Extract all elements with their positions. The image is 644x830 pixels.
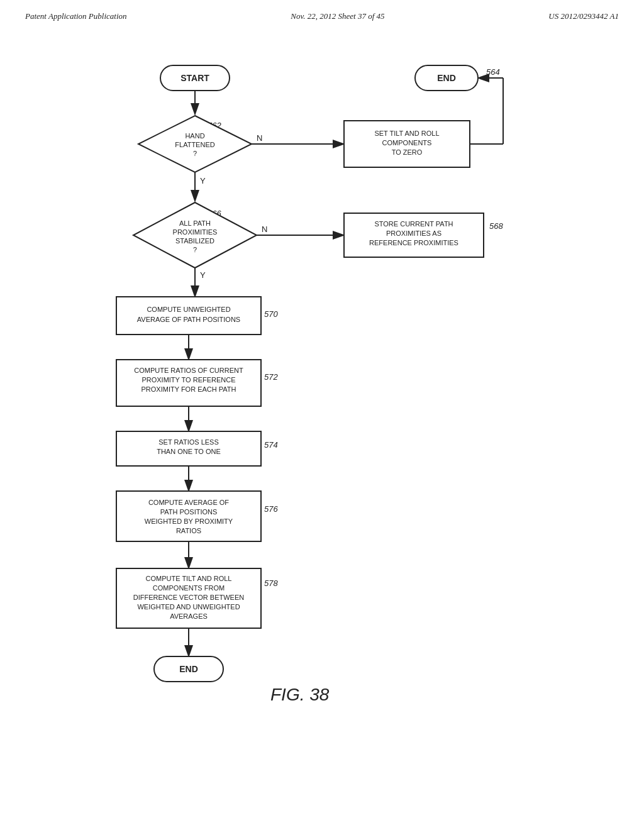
header-right: US 2012/0293442 A1	[548, 11, 619, 21]
diamond-562-text3: ?	[193, 150, 197, 157]
label-572: 572	[264, 372, 278, 382]
store-text3: REFERENCE PROXIMITIES	[369, 239, 458, 246]
box-578-text4: WEIGHTED AND UNWEIGHTED	[137, 603, 240, 611]
y-label-562: Y	[200, 176, 206, 185]
diamond-562-text2: FLATTENED	[175, 141, 214, 148]
box-574-text1: SET RATIOS LESS	[158, 438, 219, 446]
n-label-562: N	[257, 133, 262, 143]
box-570-text2: AVERAGE OF PATH POSITIONS	[137, 316, 240, 323]
diamond-566-text2: PROXIMITIES	[173, 228, 218, 236]
box-570-text1: COMPUTE UNWEIGHTED	[147, 306, 230, 313]
store-text2: PROXIMITIES AS	[386, 230, 441, 237]
box-576-text2: PATH POSITIONS	[160, 508, 218, 516]
label-564: 564	[486, 67, 500, 77]
store-text1: STORE CURRENT PATH	[374, 220, 453, 228]
diamond-566-text3: STABILIZED	[175, 237, 214, 245]
diagram-container: START 562 HAND FLATTENED ? N SET TILT AN…	[0, 28, 644, 820]
label-568: 568	[489, 221, 503, 231]
diamond-566-text1: ALL PATH	[179, 219, 211, 227]
diamond-562-text1: HAND	[185, 132, 204, 140]
set-tilt-text3: TO ZERO	[392, 148, 423, 156]
end-top-label: END	[437, 73, 456, 83]
diamond-566-text4: ?	[193, 246, 197, 253]
box-576-text4: RATIOS	[176, 527, 201, 534]
box-576-text3: WEIGHTED BY PROXIMITY	[145, 517, 233, 525]
box-578-text2: COMPONENTS FROM	[153, 584, 225, 592]
figure-label: FIG. 38	[270, 685, 330, 704]
y-label-566: Y	[200, 270, 206, 280]
n-label-566: N	[262, 224, 267, 234]
box-572-text3: PROXIMITY FOR EACH PATH	[142, 385, 236, 393]
set-tilt-text1: SET TILT AND ROLL	[374, 130, 439, 137]
label-574: 574	[264, 440, 278, 450]
header-center: Nov. 22, 2012 Sheet 37 of 45	[291, 11, 384, 21]
box-578-text5: AVERAGES	[170, 612, 208, 620]
box-572-text2: PROXIMITY TO REFERENCE	[142, 376, 235, 384]
box-574-text2: THAN ONE TO ONE	[157, 448, 221, 455]
header: Patent Application Publication Nov. 22, …	[0, 0, 644, 28]
label-576: 576	[264, 504, 278, 514]
box-576-text1: COMPUTE AVERAGE OF	[148, 499, 229, 506]
label-578: 578	[264, 578, 278, 588]
box-572-text1: COMPUTE RATIOS OF CURRENT	[134, 367, 243, 374]
label-570: 570	[264, 309, 278, 319]
start-label: START	[180, 73, 209, 83]
box-578-text3: DIFFERENCE VECTOR BETWEEN	[133, 594, 244, 601]
header-left: Patent Application Publication	[25, 11, 127, 21]
box-578-text1: COMPUTE TILT AND ROLL	[146, 575, 232, 582]
set-tilt-text2: COMPONENTS	[382, 139, 432, 147]
end-bottom-label: END	[179, 664, 198, 674]
